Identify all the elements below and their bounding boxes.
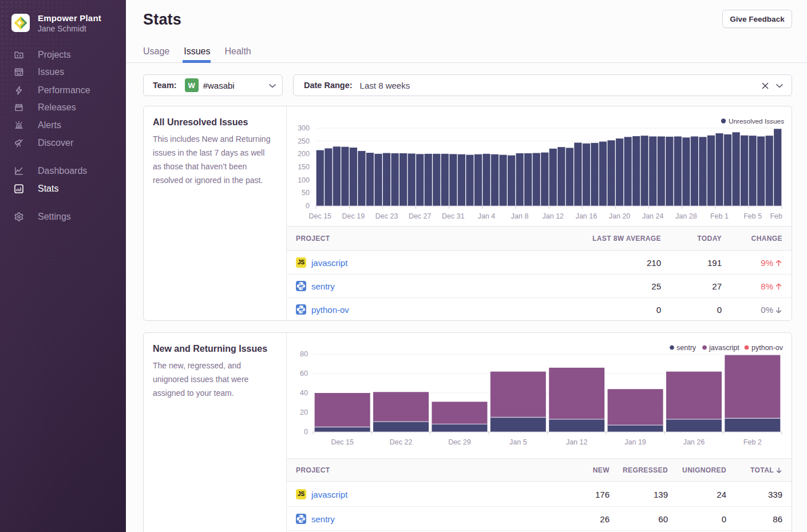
svg-text:Unresolved Issues: Unresolved Issues xyxy=(729,117,784,125)
svg-text:300: 300 xyxy=(298,124,310,132)
svg-text:50: 50 xyxy=(302,189,310,197)
svg-text:Jan 26: Jan 26 xyxy=(683,438,705,446)
svg-text:Dec 23: Dec 23 xyxy=(375,212,398,220)
svg-text:Jan 28: Jan 28 xyxy=(675,212,697,220)
svg-text:Jan 20: Jan 20 xyxy=(609,212,631,220)
svg-text:100: 100 xyxy=(298,176,310,184)
svg-text:Dec 27: Dec 27 xyxy=(409,212,432,220)
svg-text:Dec 19: Dec 19 xyxy=(342,212,365,220)
svg-text:Jan 16: Jan 16 xyxy=(576,212,598,220)
svg-text:Dec 22: Dec 22 xyxy=(390,438,413,446)
svg-text:Feb 2: Feb 2 xyxy=(743,438,762,446)
svg-text:Feb: Feb xyxy=(770,212,782,220)
svg-text:Dec 29: Dec 29 xyxy=(448,438,471,446)
svg-text:Jan 24: Jan 24 xyxy=(642,212,664,220)
svg-text:200: 200 xyxy=(298,150,310,158)
svg-text:40: 40 xyxy=(300,389,308,397)
svg-text:0: 0 xyxy=(304,428,308,436)
svg-text:Dec 31: Dec 31 xyxy=(442,212,465,220)
svg-text:20: 20 xyxy=(300,408,308,416)
svg-text:Dec 15: Dec 15 xyxy=(331,438,354,446)
svg-text:sentry: sentry xyxy=(677,344,697,352)
svg-text:Jan 12: Jan 12 xyxy=(543,212,564,220)
svg-text:Jan 19: Jan 19 xyxy=(624,438,646,446)
svg-text:Feb 1: Feb 1 xyxy=(710,212,729,220)
svg-text:Dec 15: Dec 15 xyxy=(308,212,331,220)
svg-text:60: 60 xyxy=(300,370,308,378)
svg-text:150: 150 xyxy=(298,163,310,171)
svg-text:javascript: javascript xyxy=(709,344,739,352)
svg-text:0: 0 xyxy=(306,202,310,210)
svg-text:80: 80 xyxy=(300,350,308,358)
svg-text:Jan 12: Jan 12 xyxy=(566,438,588,446)
svg-text:Jan 4: Jan 4 xyxy=(478,212,496,220)
svg-text:python-ov: python-ov xyxy=(751,344,784,352)
svg-text:Feb 5: Feb 5 xyxy=(743,212,762,220)
svg-text:250: 250 xyxy=(298,137,310,145)
svg-text:Jan 5: Jan 5 xyxy=(509,438,527,446)
svg-text:Jan 8: Jan 8 xyxy=(511,212,529,220)
